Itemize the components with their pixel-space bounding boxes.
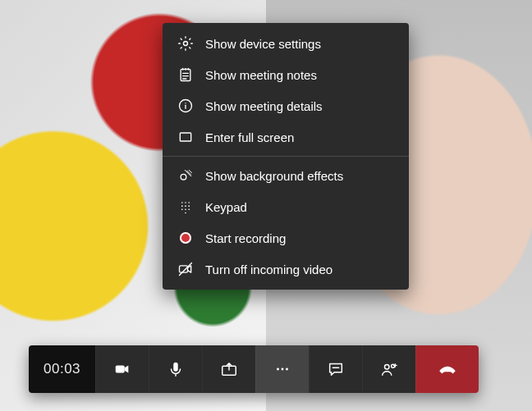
svg-point-15 (185, 212, 186, 214)
menu-item-label: Turn off incoming video (205, 263, 332, 276)
menu-item-label: Start recording (205, 231, 286, 245)
meeting-toolbar: 00:03 (29, 345, 479, 393)
info-icon (177, 98, 194, 114)
menu-divider (163, 156, 409, 157)
svg-point-3 (185, 103, 186, 103)
svg-point-20 (277, 368, 279, 371)
share-button[interactable] (202, 345, 255, 393)
menu-item-device-settings[interactable]: Show device settings (163, 28, 409, 59)
menu-item-turn-off-incoming-video[interactable]: Turn off incoming video (163, 253, 409, 285)
svg-point-8 (188, 202, 190, 203)
more-actions-menu: Show device settings Show meeting notes … (163, 23, 409, 290)
svg-point-13 (185, 209, 186, 211)
svg-rect-17 (116, 365, 125, 372)
svg-point-7 (185, 202, 186, 203)
record-icon (177, 230, 194, 246)
menu-item-start-recording[interactable]: Start recording (163, 222, 409, 253)
menu-item-full-screen[interactable]: Enter full screen (163, 121, 409, 153)
svg-point-12 (181, 209, 183, 211)
menu-item-label: Keypad (205, 200, 247, 214)
svg-point-22 (286, 368, 288, 371)
menu-item-meeting-notes[interactable]: Show meeting notes (163, 59, 409, 90)
svg-rect-18 (173, 363, 178, 372)
menu-item-label: Show device settings (205, 37, 321, 51)
video-off-icon (177, 261, 194, 277)
camera-button[interactable] (95, 345, 149, 393)
svg-point-11 (188, 205, 190, 207)
menu-item-label: Show background effects (205, 169, 343, 183)
menu-item-keypad[interactable]: Keypad (163, 191, 409, 222)
more-actions-button[interactable] (255, 345, 309, 393)
svg-point-21 (282, 368, 284, 371)
svg-point-14 (188, 209, 190, 211)
svg-point-0 (184, 42, 188, 46)
hang-up-button[interactable] (415, 345, 479, 393)
menu-item-label: Show meeting details (205, 99, 323, 113)
svg-point-23 (385, 365, 390, 370)
svg-rect-4 (180, 133, 190, 141)
meeting-screen: Show device settings Show meeting notes … (0, 0, 532, 411)
notes-icon (177, 66, 194, 83)
svg-point-10 (185, 205, 186, 207)
menu-item-label: Show meeting notes (205, 68, 317, 82)
background-effects-icon (177, 167, 194, 184)
mic-button[interactable] (149, 345, 202, 393)
svg-point-9 (181, 205, 183, 207)
menu-item-background-effects[interactable]: Show background effects (163, 160, 409, 191)
keypad-icon (177, 199, 194, 215)
participants-button[interactable] (362, 345, 415, 393)
menu-item-label: Enter full screen (205, 130, 294, 144)
svg-point-6 (181, 202, 183, 203)
fullscreen-icon (177, 129, 194, 145)
chat-button[interactable] (309, 345, 362, 393)
call-timer: 00:03 (29, 345, 95, 393)
gear-icon (177, 35, 194, 52)
menu-item-meeting-details[interactable]: Show meeting details (163, 90, 409, 121)
svg-point-5 (181, 174, 186, 180)
